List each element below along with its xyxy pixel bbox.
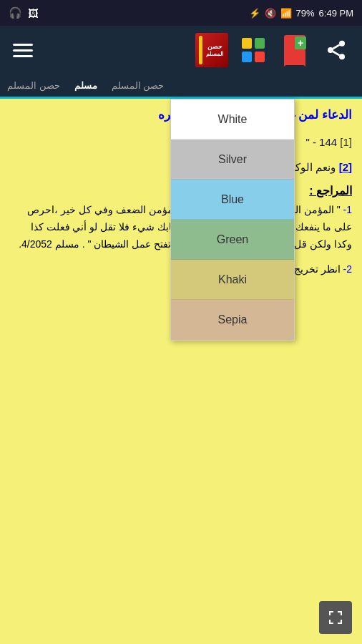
color-silver-label: Silver [218, 153, 247, 166]
svg-line-3 [333, 52, 339, 55]
color-option-khaki[interactable]: Khaki [171, 260, 294, 300]
toolbar: حصن المسلم + [0, 26, 362, 74]
time-label: 6:49 PM [319, 8, 353, 19]
verse-144-text: 144 - " [305, 136, 337, 148]
color-green-label: Green [217, 233, 248, 246]
grid-cell-1 [242, 38, 252, 49]
color-picker: White Silver Blue Green Khaki Sepia [170, 99, 295, 341]
fullscreen-button[interactable] [319, 601, 352, 634]
svg-point-2 [339, 54, 345, 59]
main-content: الدعاء لمن غلبه أمره أو غلب على أمره [1]… [0, 99, 362, 644]
breadcrumb-item-2[interactable]: مسلم [74, 80, 97, 91]
color-option-blue[interactable]: Blue [171, 180, 294, 220]
status-left: 🎧 🖼 [9, 6, 39, 19]
share-button[interactable] [318, 31, 355, 69]
fullscreen-icon [327, 609, 344, 626]
breadcrumb-item-1[interactable]: حصن المسلم [7, 80, 60, 91]
svg-point-1 [328, 47, 333, 53]
footnote-2-num: 2- [343, 263, 352, 275]
headphone-icon: 🎧 [9, 6, 22, 19]
share-icon [325, 39, 348, 62]
menu-line-3 [13, 55, 33, 57]
color-blue-label: Blue [221, 193, 244, 206]
color-option-silver[interactable]: Silver [171, 140, 294, 180]
mute-icon: 🔇 [265, 8, 276, 19]
menu-button[interactable] [7, 38, 39, 63]
color-option-green[interactable]: Green [171, 220, 294, 260]
bluetooth-icon: ⚡ [249, 8, 260, 19]
signal-icon: 📶 [280, 8, 292, 19]
color-sepia-label: Sepia [218, 313, 248, 326]
ref-2: [2] [339, 161, 352, 173]
breadcrumb-item-3[interactable]: حصن المسلم [112, 80, 165, 91]
bookmark-button[interactable]: + [276, 31, 313, 69]
grid-cell-4 [255, 52, 265, 62]
menu-line-1 [13, 44, 33, 46]
book-button[interactable]: حصن المسلم [193, 31, 230, 69]
battery-label: 79% [296, 8, 315, 19]
color-khaki-label: Khaki [218, 273, 247, 286]
footnote-1-num: 1- [343, 204, 352, 215]
status-right: ⚡ 🔇 📶 79% 6:49 PM [249, 8, 353, 19]
grid-cell-2 [255, 38, 265, 49]
color-white-label: White [218, 113, 248, 126]
grid-button[interactable] [235, 31, 272, 69]
svg-line-4 [333, 45, 339, 49]
color-option-sepia[interactable]: Sepia [171, 300, 294, 340]
photo-icon: 🖼 [28, 7, 39, 19]
svg-point-0 [339, 41, 345, 47]
grid-cell-3 [242, 52, 252, 62]
breadcrumb: حصن المسلم مسلم حصن المسلم [0, 74, 362, 99]
ref-bracket-1: [1] [340, 136, 352, 148]
status-bar: 🎧 🖼 ⚡ 🔇 📶 79% 6:49 PM [0, 0, 362, 26]
toolbar-buttons: حصن المسلم + [193, 31, 355, 69]
color-option-white[interactable]: White [171, 99, 294, 140]
menu-line-2 [13, 49, 33, 52]
